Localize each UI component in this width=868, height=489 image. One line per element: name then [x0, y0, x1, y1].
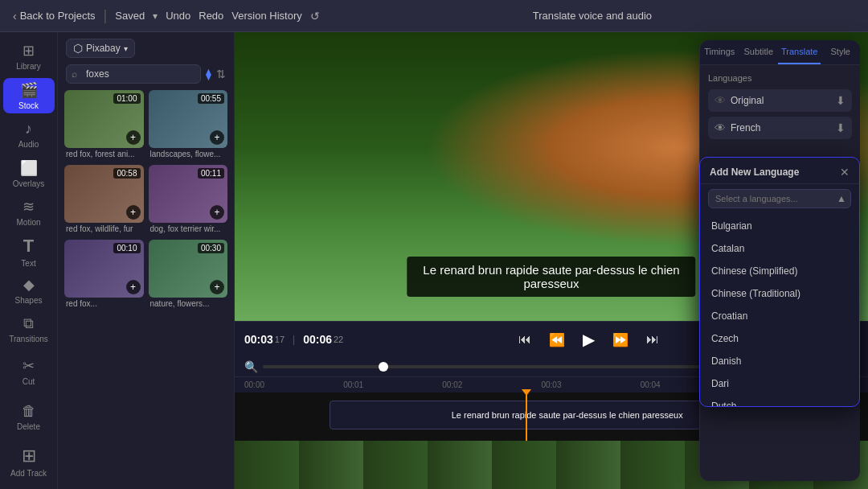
playhead[interactable] — [526, 392, 527, 441]
modal-header: Add New Language ✕ — [700, 158, 859, 184]
panel-tabs: Timings Subtitle Translate Style — [700, 40, 860, 65]
media-item-1[interactable]: 00:55 + — [149, 90, 228, 148]
chevron-left-icon: ‹ — [13, 10, 17, 23]
sidebar-item-stock[interactable]: 🎬 Stock — [3, 78, 55, 114]
back-to-projects-button[interactable]: ‹ Back to Projects — [13, 10, 96, 23]
media-add-button-1[interactable]: + — [210, 130, 224, 145]
languages-section: Languages 👁 Original ⬇ 👁 French ⬇ — [700, 65, 860, 152]
media-name-3: dog, fox terrier wir... — [149, 223, 228, 235]
cut-icon: ✂ — [23, 357, 35, 375]
lang-option-chinese-simplified[interactable]: Chinese (Simplified) — [700, 260, 859, 282]
play-button[interactable]: ▶ — [579, 327, 598, 352]
lang-option-dutch[interactable]: Dutch — [700, 395, 859, 406]
sidebar-label-library: Library — [16, 62, 41, 71]
undo-button[interactable]: Undo — [166, 10, 190, 22]
media-add-button-0[interactable]: + — [126, 130, 141, 145]
tab-timings[interactable]: Timings — [700, 40, 739, 64]
media-name-2: red fox, wildlife, fur — [64, 223, 144, 235]
sidebar-item-add-track[interactable]: ⊞ Add Track — [3, 441, 55, 483]
divider: | — [104, 7, 108, 24]
media-add-button-3[interactable]: + — [210, 205, 224, 220]
zoom-thumb[interactable] — [379, 362, 388, 372]
tab-style[interactable]: Style — [821, 40, 860, 64]
media-item-5[interactable]: 00:30 + — [149, 240, 228, 298]
sidebar-item-library[interactable]: ⊞ Library — [3, 39, 55, 75]
pixabay-source-button[interactable]: ⬡ Pixabay ▾ — [66, 39, 135, 58]
languages-label: Languages — [708, 73, 852, 83]
lang-option-danish[interactable]: Danish — [700, 350, 859, 372]
media-duration-2: 00:58 — [113, 168, 140, 179]
lang-option-czech[interactable]: Czech — [700, 327, 859, 350]
lang-option-croatian[interactable]: Croatian — [700, 305, 859, 327]
filter-icon[interactable]: ⧫ — [206, 68, 211, 80]
sidebar-item-delete[interactable]: 🗑 Delete — [3, 396, 55, 438]
pixabay-dropdown-icon: ▾ — [124, 44, 128, 53]
media-item-3[interactable]: 00:11 + — [149, 165, 228, 223]
page-title: Translate voice and audio — [533, 10, 652, 22]
library-icon: ⊞ — [23, 42, 35, 60]
ruler-mark-0: 00:00 — [244, 380, 264, 389]
original-lang-text: Original — [731, 95, 831, 106]
sidebar-item-transitions[interactable]: ⧉ Transitions — [3, 312, 55, 348]
version-history-button[interactable]: Version History — [231, 10, 301, 22]
sidebar-item-shapes[interactable]: ◆ Shapes — [3, 273, 55, 309]
skip-end-button[interactable]: ⏭ — [643, 329, 662, 350]
lang-option-chinese-traditional[interactable]: Chinese (Traditional) — [700, 282, 859, 305]
lang-option-dari[interactable]: Dari — [700, 372, 859, 395]
redo-button[interactable]: Redo — [199, 10, 223, 22]
sidebar-item-overlays[interactable]: ⬜ Overlays — [3, 156, 55, 192]
duration-display: 00:06 22 — [303, 333, 343, 346]
original-eye-icon[interactable]: 👁 — [714, 94, 726, 107]
ruler-mark-4: 00:04 — [641, 380, 661, 389]
media-add-button-4[interactable]: + — [126, 280, 141, 294]
version-history-icon: ↺ — [310, 10, 320, 23]
tab-translate[interactable]: Translate — [778, 40, 821, 64]
ruler-mark-1: 00:01 — [343, 380, 363, 389]
sidebar-item-text[interactable]: T Text — [3, 234, 55, 270]
rewind-button[interactable]: ⏪ — [546, 329, 568, 351]
audio-icon: ♪ — [25, 121, 32, 138]
media-add-button-5[interactable]: + — [210, 280, 224, 294]
french-lang-row: 👁 French ⬇ — [708, 117, 852, 139]
original-download-icon[interactable]: ⬇ — [836, 94, 845, 107]
list-item: 00:55 + landscapes, flowe... — [149, 90, 228, 160]
modal-title: Add New Language — [710, 166, 799, 178]
media-duration-4: 00:10 — [113, 243, 140, 253]
current-time: 00:03 — [244, 333, 273, 346]
media-duration-5: 00:30 — [198, 243, 224, 253]
search-dropdown-arrow[interactable]: ▲ — [837, 193, 846, 204]
modal-close-button[interactable]: ✕ — [840, 166, 850, 179]
search-input[interactable] — [66, 64, 201, 84]
caption-text: Le renard brun rapide saute par-dessus l… — [452, 410, 683, 420]
sidebar-item-motion[interactable]: ≋ Motion — [3, 195, 55, 231]
media-add-button-2[interactable]: + — [126, 205, 141, 220]
fast-forward-button[interactable]: ⏩ — [609, 329, 632, 351]
language-search-input[interactable] — [708, 189, 851, 208]
search-wrapper: ⌕ — [66, 64, 201, 84]
add-language-modal: Add New Language ✕ ▲ Bulgarian Catalan C… — [699, 157, 860, 407]
text-icon: T — [23, 236, 34, 257]
lang-option-bulgarian[interactable]: Bulgarian — [700, 215, 859, 237]
sidebar-label-transitions: Transitions — [9, 335, 48, 343]
sidebar-label-motion: Motion — [16, 218, 40, 227]
zoom-out-icon[interactable]: 🔍 — [244, 360, 258, 373]
tab-subtitle[interactable]: Subtitle — [739, 40, 779, 64]
sidebar-item-audio[interactable]: ♪ Audio — [3, 117, 55, 153]
french-download-icon[interactable]: ⬇ — [836, 121, 845, 134]
media-item-0[interactable]: 01:00 + — [64, 90, 144, 148]
media-item-2[interactable]: 00:58 + — [64, 165, 144, 223]
back-label: Back to Projects — [20, 10, 96, 22]
list-item: 00:30 + nature, flowers... — [149, 240, 228, 310]
current-frame: 17 — [275, 335, 285, 344]
subtitle-overlay: Le renard brun rapide saute par-dessus l… — [407, 257, 695, 297]
dropdown-icon[interactable]: ▾ — [153, 10, 158, 22]
transitions-icon: ⧉ — [23, 315, 34, 332]
sort-icon[interactable]: ⇅ — [216, 68, 226, 80]
lang-option-catalan[interactable]: Catalan — [700, 237, 859, 260]
sidebar-item-cut[interactable]: ✂ Cut — [3, 351, 55, 392]
media-name-5: nature, flowers... — [149, 298, 228, 310]
original-lang-row: 👁 Original ⬇ — [708, 89, 852, 112]
media-item-4[interactable]: 00:10 + — [64, 240, 144, 298]
french-eye-icon[interactable]: 👁 — [714, 121, 726, 134]
skip-start-button[interactable]: ⏮ — [515, 329, 534, 350]
